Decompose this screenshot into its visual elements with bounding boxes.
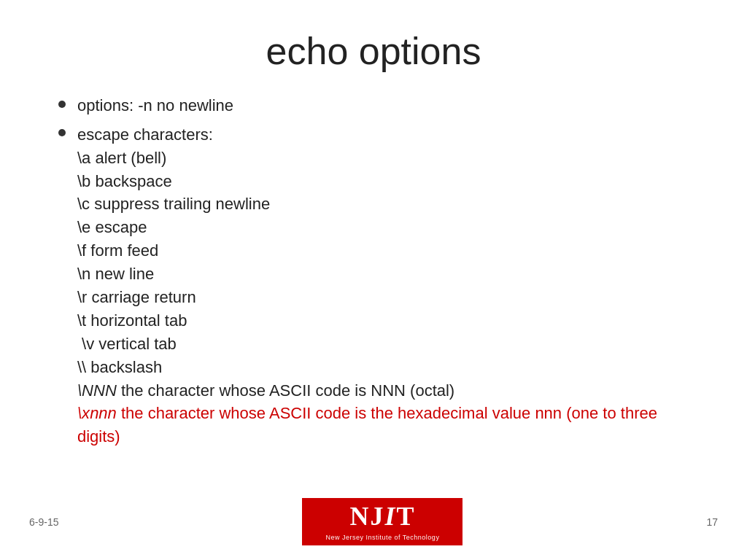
escape-newline: \n new line (77, 262, 703, 286)
escape-carriage: \r carriage return (77, 286, 703, 309)
escape-backslash: \\ backslash (77, 356, 703, 379)
escape-suppress: \c suppress trailing newline (77, 192, 703, 216)
njit-logo-text: NJIT (349, 503, 415, 529)
slide-title: echo options (44, 22, 703, 73)
bullet-dot-1 (58, 101, 66, 108)
escape-chars: escape characters: \a alert (bell) \b ba… (77, 123, 703, 448)
njit-logo: NJIT New Jersey Institute of Technology (302, 498, 462, 545)
escape-formfeed: \f form feed (77, 239, 703, 262)
bullet-dot-2 (58, 129, 66, 136)
escape-alert: \a alert (bell) (77, 147, 703, 170)
bullet-list: options: -n no newline escape characters… (58, 95, 703, 448)
footer-page: 17 (706, 516, 718, 528)
escape-octal: \NNN the character whose ASCII code is N… (77, 379, 703, 402)
escape-hex: \xnnn the character whose ASCII code is … (77, 402, 703, 448)
footer-date: 6-9-15 (29, 516, 58, 528)
escape-vtab: \v vertical tab (77, 332, 703, 356)
footer: 6-9-15 NJIT New Jersey Institute of Tech… (0, 498, 747, 545)
escape-backspace: \b backspace (77, 170, 703, 193)
slide-content: options: -n no newline escape characters… (44, 95, 703, 448)
bullet-text-1: options: -n no newline (77, 95, 233, 117)
slide: echo options options: -n no newline esca… (0, 0, 747, 560)
njit-subtext: New Jersey Institute of Technology (325, 534, 439, 541)
bullet-item-2: escape characters: \a alert (bell) \b ba… (58, 123, 703, 448)
logo-container: NJIT New Jersey Institute of Technology (302, 498, 462, 545)
escape-htab: \t horizontal tab (77, 309, 703, 332)
escape-escape: \e escape (77, 216, 703, 239)
escape-label: escape characters: (77, 123, 703, 147)
bullet-item-1: options: -n no newline (58, 95, 703, 117)
